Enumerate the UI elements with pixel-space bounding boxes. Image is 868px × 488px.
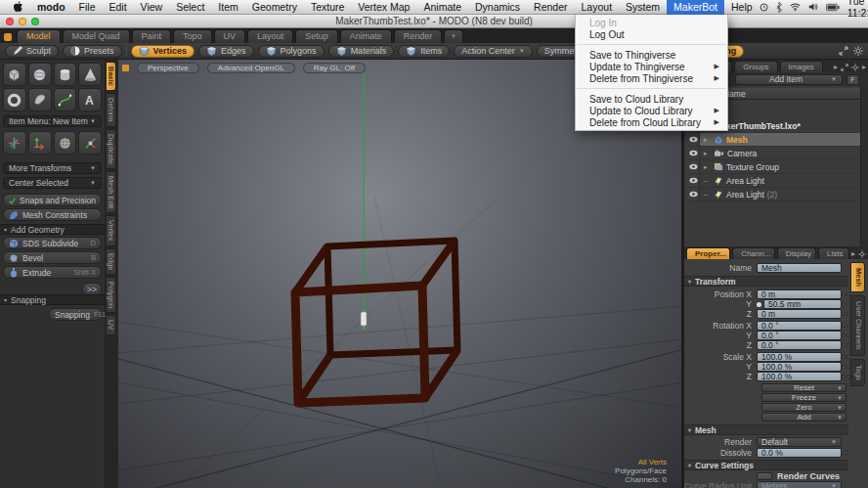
viewport-shading-selector[interactable]: Advanced OpenGL (207, 63, 295, 73)
gear-icon[interactable] (853, 46, 863, 56)
sidebar-tab-basic[interactable]: Basic (107, 62, 116, 91)
menubar-item-item[interactable]: Item (211, 0, 244, 15)
transform-section-header[interactable]: ▾ Transform (684, 276, 848, 287)
sphere-tool-button[interactable] (28, 63, 52, 86)
mode-edges-button[interactable]: Edges (198, 45, 254, 58)
menu-item-save-thingiverse[interactable]: Save to Thingiverse (576, 49, 727, 61)
channel-dot[interactable] (842, 355, 846, 359)
menubar-item-edit[interactable]: Edit (103, 0, 134, 15)
gear-icon[interactable] (851, 64, 859, 71)
panel-more-icon[interactable]: ▸ (862, 63, 866, 71)
wifi-icon[interactable] (790, 2, 801, 12)
mode-polygons-button[interactable]: Polygons (258, 45, 325, 58)
tab-layout[interactable]: Layout (247, 29, 293, 43)
visibility-toggle[interactable] (687, 174, 700, 188)
transform-tool-button[interactable] (3, 131, 26, 155)
more-transforms-dropdown[interactable]: More Transforms▼ (3, 162, 102, 174)
menu-item-delete-cloud[interactable]: Delete from Cloud Library▶ (576, 116, 727, 128)
menubar-clock[interactable]: Tue 11:21 (847, 0, 868, 19)
channel-dot[interactable] (845, 451, 848, 455)
tab-model-quad[interactable]: Model Quad (63, 29, 130, 43)
menubar-item-system[interactable]: System (619, 0, 667, 15)
tab-overflow-icon[interactable]: ▸ (851, 249, 855, 258)
tab-images[interactable]: Images (780, 61, 823, 72)
mode-items-button[interactable]: Items (398, 45, 450, 58)
menu-item-update-thingiverse[interactable]: Update to Thingiverse▶ (576, 61, 727, 72)
presets-button[interactable]: Presets (63, 45, 122, 58)
tab-animate[interactable]: Animate (340, 29, 392, 43)
time-machine-icon[interactable] (760, 2, 768, 13)
menubar-item-layout[interactable]: Layout (575, 0, 620, 15)
channel-dot[interactable] (842, 365, 846, 369)
action-center-dropdown[interactable]: Action Center▼ (454, 45, 532, 58)
position-z-input[interactable]: 0 m (757, 309, 842, 319)
reset-button[interactable]: Reset▼ (761, 383, 846, 392)
side-tab-user-channels[interactable]: User Channels (850, 295, 865, 356)
item-row-camera[interactable]: ▸ Camera (700, 147, 860, 160)
render-dropdown[interactable]: Default▼ (757, 437, 842, 447)
sculpt-button[interactable]: Sculpt (5, 45, 59, 58)
mode-vertices-button[interactable]: Vertices (131, 45, 195, 58)
tab-lists[interactable]: Lists (818, 247, 849, 259)
visibility-toggle[interactable] (687, 133, 700, 147)
menu-item-update-cloud[interactable]: Update to Cloud Library▶ (576, 105, 727, 116)
tab-setup[interactable]: Setup (295, 29, 338, 43)
channel-dot[interactable] (842, 292, 846, 296)
viewport-camera-selector[interactable]: Perspective (137, 63, 199, 73)
cube-tool-button[interactable] (3, 63, 26, 86)
channel-dot[interactable] (842, 333, 846, 337)
bluetooth-icon[interactable] (776, 2, 782, 13)
menubar-item-dynamics[interactable]: Dynamics (468, 0, 527, 15)
item-row-texture-group[interactable]: ▸ Texture Group (700, 160, 860, 174)
item-list-scrollbar[interactable] (860, 86, 868, 246)
tab-model[interactable]: Model (17, 29, 61, 43)
viewport-menu-icon[interactable] (122, 65, 129, 71)
menu-item-delete-thingiverse[interactable]: Delete from Thingiverse▶ (576, 72, 727, 84)
cylinder-tool-button[interactable] (54, 63, 77, 86)
tab-properties[interactable]: Proper... (686, 247, 730, 259)
rotation-z-input[interactable]: 0.0 ° (757, 340, 842, 350)
viewport-raygl-selector[interactable]: Ray GL: Off (303, 63, 366, 73)
tab-add[interactable]: + (444, 29, 462, 43)
tab-channels[interactable]: Chann... (732, 247, 775, 259)
tab-overflow-icon[interactable]: ▸ (834, 63, 838, 71)
curve-settings-header[interactable]: ▾ Curve Settings (684, 460, 848, 470)
menubar-item-makerbot[interactable]: MakerBot (667, 0, 724, 15)
menubar-item-modo[interactable]: modo (30, 0, 72, 15)
move-tool-button[interactable] (28, 131, 52, 155)
sds-subdivide-button[interactable]: SDS Subdivide D (3, 237, 102, 249)
mode-materials-button[interactable]: Materials (328, 45, 395, 58)
menubar-item-help[interactable]: Help (724, 0, 760, 15)
volume-icon[interactable] (808, 2, 818, 12)
item-menu-dropdown[interactable]: Item Menu: New Item▼ (3, 115, 102, 127)
torus-tool-button[interactable] (3, 88, 26, 111)
item-row-mesh[interactable]: ▸ Mesh (700, 133, 860, 147)
side-tab-mesh[interactable]: Mesh (850, 262, 865, 292)
tab-paint[interactable]: Paint (132, 29, 172, 43)
channel-dot[interactable] (842, 375, 846, 378)
curve-radius-unit-dropdown[interactable]: Meters▼ (757, 481, 842, 488)
channel-dot[interactable] (842, 324, 846, 328)
name-input[interactable]: Mesh (757, 263, 842, 273)
battery-icon[interactable] (826, 3, 840, 12)
sidebar-tab-uv[interactable]: UV (107, 315, 116, 334)
filter-button[interactable]: F (846, 74, 859, 85)
menubar-item-texture[interactable]: Texture (304, 0, 351, 15)
freeze-button[interactable]: Freeze▼ (761, 393, 846, 402)
channel-dot[interactable] (842, 302, 846, 306)
channel-dot[interactable] (842, 343, 846, 347)
expand-panel-icon[interactable] (839, 46, 848, 56)
side-tab-tags[interactable]: Tags (850, 359, 865, 386)
visibility-toggle[interactable] (687, 188, 700, 201)
menubar-item-file[interactable]: File (72, 0, 103, 15)
item-row-area-light-2[interactable]: – Area Light (2) (700, 188, 860, 201)
bevel-button[interactable]: Bevel B (3, 251, 102, 264)
menu-item-save-cloud[interactable]: Save to Cloud Library (576, 93, 727, 105)
curve-tool-button[interactable] (54, 88, 77, 111)
sidebar-tab-deform[interactable]: Deform (107, 93, 116, 127)
tab-topo[interactable]: Topo (173, 29, 212, 43)
position-x-input[interactable]: 0 m (757, 289, 842, 299)
tab-render[interactable]: Render (394, 29, 443, 43)
menubar-item-view[interactable]: View (134, 0, 170, 15)
text-tool-button[interactable]: A (78, 88, 102, 111)
